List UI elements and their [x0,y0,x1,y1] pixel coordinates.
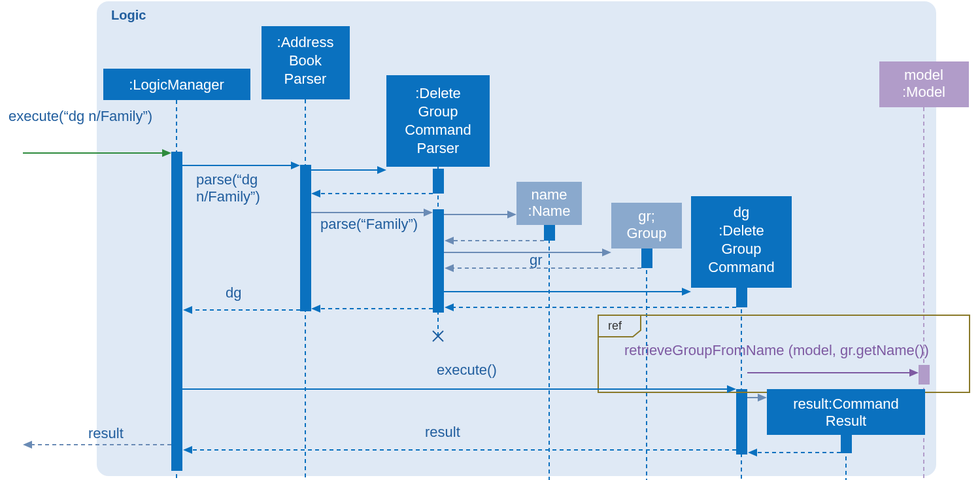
logic-frame-title: Logic [111,8,146,22]
svg-text:Command: Command [708,259,774,275]
msg-dg-return-label: dg [226,284,241,301]
svg-rect-55 [841,435,852,453]
msg-parse-dg-l1: parse(“dg [196,171,258,188]
msg-result-out-label: result [88,425,124,441]
activation-abp [300,165,311,311]
sequence-diagram: Logic :LogicManager :Address Book Parser… [0,0,980,480]
svg-text::Name: :Name [528,203,571,219]
svg-text:Group: Group [626,225,666,241]
svg-text:gr;: gr; [638,208,655,224]
activation-dg-2 [736,389,747,454]
activation-name [544,225,555,241]
svg-text:Result: Result [826,413,866,429]
svg-text:name: name [531,186,567,203]
msg-execute-entry-label: execute(“dg n/Family”) [8,108,152,124]
activation-dgcp-2 [433,209,444,313]
svg-text::Delete: :Delete [718,222,764,239]
activation-lm [171,152,182,471]
svg-text:Group: Group [418,103,458,120]
svg-text:model: model [904,67,943,83]
svg-text::Model: :Model [902,84,945,100]
msg-execute-label: execute() [437,362,497,378]
svg-text:Group: Group [721,241,761,257]
activation-gr [641,249,652,268]
activation-dgcp-1 [433,169,444,194]
svg-text:result:Command: result:Command [793,396,898,412]
svg-text:Parser: Parser [417,140,460,156]
ref-frame-label: ref [608,319,622,332]
logic-manager-label: :LogicManager [129,77,224,93]
svg-text:Book: Book [289,52,322,69]
msg-parse-dg-l2: n/Family”) [196,188,260,205]
activation-model [919,365,930,385]
svg-text:Parser: Parser [284,71,327,87]
svg-marker-58 [23,441,32,449]
msg-parse-family-label: parse(“Family”) [320,216,418,232]
svg-text::Delete: :Delete [415,85,461,101]
msg-gr-label: gr [530,252,543,268]
msg-retrieve-label: retrieveGroupFromName (model, gr.getName… [624,342,929,358]
msg-result-label: result [425,424,460,440]
svg-text:Command: Command [405,122,471,138]
activation-dg-1 [736,288,747,307]
svg-text::Address: :Address [277,34,334,50]
svg-text:dg: dg [734,204,749,220]
